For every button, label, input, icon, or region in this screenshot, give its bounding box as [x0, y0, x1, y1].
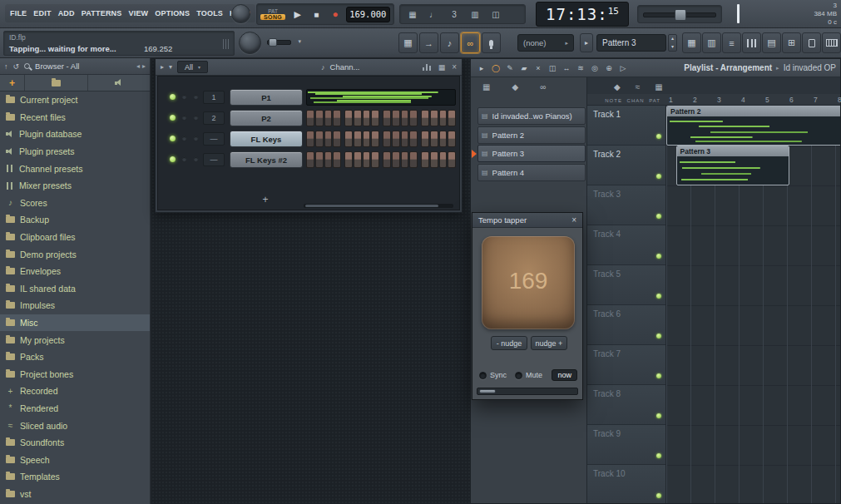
note-button[interactable]: ♪ — [440, 32, 459, 53]
search-icon[interactable] — [24, 63, 30, 69]
mode-switch[interactable]: PAT SONG — [260, 8, 285, 20]
menu-item-patterns[interactable]: PATTERNS — [78, 4, 126, 22]
browser-item-soundfonts[interactable]: Soundfonts — [0, 434, 150, 452]
record-button[interactable]: ● — [327, 6, 344, 23]
track-led[interactable] — [656, 214, 661, 219]
step-cell[interactable] — [439, 151, 448, 168]
playlist-ruler[interactable]: NOTE CHAN PAT 12345678 — [587, 94, 840, 106]
tapper-slider[interactable] — [477, 388, 578, 395]
playlist-button[interactable]: ▦ — [682, 32, 701, 53]
step-cell[interactable] — [354, 131, 362, 147]
step-cell[interactable] — [344, 131, 353, 147]
browser-item-templates[interactable]: Templates — [0, 468, 150, 486]
browser-item-current-project[interactable]: Current project — [0, 91, 150, 109]
step-cell[interactable] — [306, 110, 314, 126]
channel-button-fl-keys-2[interactable]: FL Keys #2 — [230, 151, 303, 168]
channel-target-box[interactable]: — — [203, 153, 225, 166]
channel-led[interactable] — [170, 115, 176, 121]
step-cell[interactable] — [401, 131, 409, 147]
mixer-button[interactable] — [742, 32, 761, 53]
paint-tool-icon[interactable]: ▰ — [517, 62, 531, 75]
mini-slider[interactable]: ▾ — [267, 37, 300, 47]
browser-item-project-bones[interactable]: Project bones — [0, 366, 150, 383]
pattern-clip-pattern-2[interactable]: Pattern 2 — [666, 106, 840, 146]
step-cell[interactable] — [448, 151, 456, 168]
step-cell[interactable] — [324, 131, 333, 147]
link-button[interactable]: ∞ — [461, 32, 480, 53]
step-cell[interactable] — [409, 131, 418, 147]
track-led[interactable] — [656, 134, 661, 139]
pattern-item-pattern-4[interactable]: ▤Pattern 4 — [477, 164, 586, 181]
browser-next-icon[interactable]: ▸ — [142, 62, 146, 70]
channel-led[interactable] — [170, 94, 176, 100]
track-led[interactable] — [656, 413, 661, 418]
tempo-display[interactable]: 169.000 — [346, 7, 390, 22]
mini-slider-thumb[interactable] — [269, 38, 277, 47]
step-cell[interactable] — [409, 151, 418, 168]
step-cell[interactable] — [421, 131, 429, 147]
mute-tool-icon[interactable]: ◫ — [546, 62, 559, 75]
step-cell[interactable] — [430, 110, 438, 126]
step-cell[interactable] — [383, 151, 391, 168]
slice-tool-icon[interactable]: ≋ — [574, 62, 587, 75]
browser-item-recent-files[interactable]: Recent files — [0, 109, 150, 126]
channel-target-box[interactable]: 2 — [203, 111, 225, 125]
browser-files-tab[interactable] — [25, 75, 88, 91]
step-cell[interactable] — [392, 151, 400, 168]
track-header-track-3[interactable]: Track 3 — [587, 185, 666, 225]
rack-collapse-icon[interactable]: ▾ — [169, 63, 172, 71]
track-led[interactable] — [656, 493, 661, 498]
track-led[interactable] — [656, 254, 661, 259]
play-button[interactable]: ▶ — [289, 6, 306, 23]
browser-item-vst[interactable]: vst — [0, 486, 150, 503]
step-cell[interactable] — [392, 110, 400, 126]
step-cell[interactable] — [383, 131, 391, 147]
track-header-track-8[interactable]: Track 8 — [587, 385, 666, 425]
step-cell[interactable] — [333, 110, 341, 126]
browser-item-misc[interactable]: Misc — [0, 314, 150, 332]
step-cell[interactable] — [324, 110, 333, 126]
step-cell[interactable] — [324, 151, 333, 168]
browser-item-clipboard-files[interactable]: Clipboard files — [0, 229, 150, 246]
metronome-icon[interactable]: ♩ — [424, 6, 443, 22]
step-cell[interactable] — [315, 110, 324, 126]
step-cell[interactable] — [306, 151, 314, 168]
browser-item-mixer-presets[interactable]: Mixer presets — [0, 177, 150, 195]
track-header-track-7[interactable]: Track 7 — [587, 345, 666, 385]
detach-arrow-button[interactable]: ▸ — [580, 33, 593, 52]
browser-item-my-projects[interactable]: My projects — [0, 331, 150, 348]
pattern-clip-pattern-3[interactable]: Pattern 3 — [676, 146, 789, 185]
step-grid-icon[interactable]: ▦ — [655, 82, 662, 91]
nudge-minus-button[interactable]: - nudge — [491, 336, 527, 350]
piano-roll-button[interactable]: ▥ — [702, 32, 721, 53]
step-cell[interactable] — [363, 131, 371, 147]
grid-button[interactable]: ▦ — [398, 32, 418, 53]
pattern-spinner[interactable]: ▴ ▾ — [668, 34, 677, 52]
browser-item-rendered[interactable]: *Rendered — [0, 400, 150, 418]
track-led[interactable] — [656, 334, 661, 338]
pan-knob[interactable] — [181, 136, 187, 141]
loop-record-icon[interactable]: ◫ — [487, 6, 505, 22]
countdown-icon[interactable]: 3 — [445, 6, 463, 22]
delete-tool-icon[interactable]: × — [532, 62, 545, 75]
rack-scrollbar-thumb[interactable] — [305, 205, 438, 207]
menu-item-tools[interactable]: TOOLS — [193, 4, 226, 22]
blend-record-icon[interactable]: ▥ — [466, 6, 484, 22]
round-knob[interactable] — [231, 4, 250, 23]
slip-tool-icon[interactable]: ↔ — [560, 62, 573, 75]
browser-item-speech[interactable]: Speech — [0, 451, 150, 468]
step-cell[interactable] — [354, 151, 362, 168]
volume-knob[interactable] — [193, 136, 199, 141]
track-led[interactable] — [656, 373, 661, 378]
step-cell[interactable] — [448, 131, 456, 147]
track-header-track-2[interactable]: Track 2 — [587, 146, 666, 185]
browser-item-recorded[interactable]: +Recorded — [0, 383, 150, 400]
step-cell[interactable] — [315, 151, 324, 168]
meter-icon[interactable] — [423, 63, 432, 71]
step-cell[interactable] — [421, 151, 429, 168]
spinner-down-icon[interactable]: ▾ — [671, 45, 674, 49]
step-cell[interactable] — [430, 131, 438, 147]
browser-item-envelopes[interactable]: Envelopes — [0, 263, 150, 280]
wave-icon[interactable]: ≈ — [636, 82, 641, 91]
step-cell[interactable] — [363, 151, 371, 168]
